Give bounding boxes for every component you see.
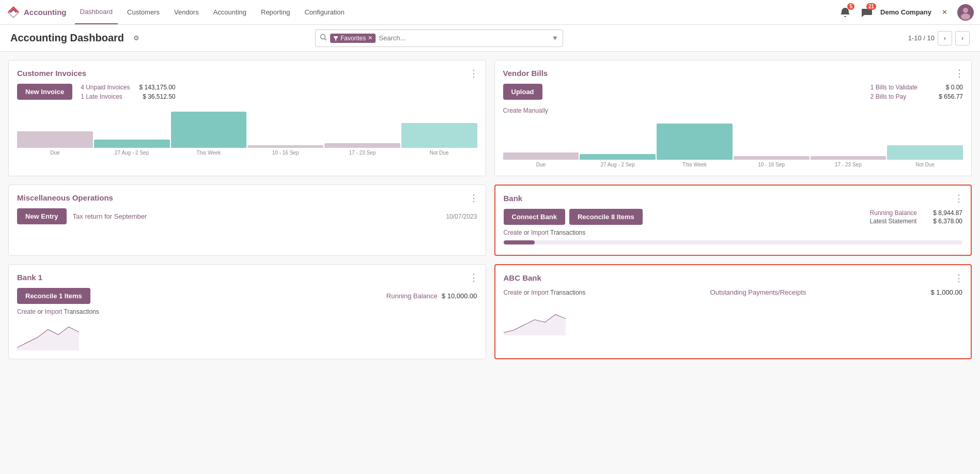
chart-label: Not Due [401,150,477,156]
chart-bar [811,156,886,160]
chart-bar [171,112,247,148]
unpaid-invoices-link[interactable]: 4 Unpaid Invoices [81,84,130,91]
stat-row-late: 1 Late Invoices $ 36,512.50 [81,93,175,100]
chart-bar [17,131,93,148]
upload-button[interactable]: Upload [503,84,542,100]
chart-bar [503,152,579,160]
late-invoices-link[interactable]: 1 Late Invoices [81,93,122,100]
chart-bar-group [247,145,323,148]
tax-return-link[interactable]: Tax return for September [73,212,147,220]
create-manually-link[interactable]: Create Manually [503,107,548,114]
running-balance-link[interactable]: Running Balance [870,209,917,217]
page-title: Accounting Dashboard [10,32,124,44]
reconcile-bank-button[interactable]: Reconcile 8 Items [569,209,643,225]
new-entry-button[interactable]: New Entry [17,208,67,224]
customer-invoices-stats: 4 Unpaid Invoices $ 143,175.00 1 Late In… [81,84,175,100]
messages-count: 21 [866,3,876,10]
vendor-bills-menu-icon[interactable]: ⋮ [955,68,964,79]
settings-icon[interactable]: ⚙ [133,34,139,42]
customer-invoices-title: Customer Invoices [17,69,477,78]
nav-configuration[interactable]: Configuration [299,0,349,24]
chart-bar-group [171,112,247,148]
messages-badge[interactable]: 21 [859,4,875,21]
app-name: Accounting [24,8,67,17]
connect-bank-button[interactable]: Connect Bank [504,209,565,225]
nav-dashboard[interactable]: Dashboard [75,0,118,24]
bank1-card: Bank 1 ⋮ Reconcile 1 Items Running Balan… [8,264,486,359]
bank1-import-link[interactable]: Import [44,308,62,315]
bank-create-link[interactable]: Create [504,229,522,236]
reconcile-bank1-button[interactable]: Reconcile 1 Items [17,288,90,304]
chart-label: This Week [657,162,733,167]
bills-to-pay-link[interactable]: 2 Bills to Pay [870,93,906,100]
nav-vendors[interactable]: Vendors [169,0,204,24]
latest-statement-value: $ 6,378.00 [921,218,962,225]
nav-accounting[interactable]: Accounting [208,0,252,24]
app-logo[interactable]: Accounting [6,5,67,20]
bank1-create-link[interactable]: Create [17,308,36,315]
filter-tag-label: Favorites [340,35,366,42]
search-dropdown-icon[interactable]: ▼ [552,34,558,42]
abc-bank-title: ABC Bank [504,273,963,282]
bills-to-validate-link[interactable]: 1 Bills to Validate [870,84,917,91]
svg-point-2 [320,35,325,39]
sub-header: Accounting Dashboard ⚙ Favorites ✕ ▼ 1-1… [0,25,980,52]
bank-import-link[interactable]: Import [531,229,549,236]
bank1-menu-icon[interactable]: ⋮ [469,272,478,283]
notifications-badge[interactable]: 5 [837,4,853,21]
running-balance-row: Running Balance $ 8,944.87 [870,209,962,217]
chart-label: 27 Aug - 2 Sep [94,150,170,156]
bank1-chart-placeholder [17,319,477,350]
bank1-running-balance-value: $ 10,000.00 [442,292,477,300]
customer-invoices-menu-icon[interactable]: ⋮ [469,68,478,79]
abc-bank-menu-icon[interactable]: ⋮ [954,272,963,284]
search-bar: Favorites ✕ ▼ [315,29,563,47]
close-icon[interactable]: ✕ [937,5,952,20]
abc-bank-links: Create or Import Transactions [504,289,586,296]
search-icon [320,34,327,42]
nav-reporting[interactable]: Reporting [256,0,295,24]
abc-import-link[interactable]: Import [531,289,549,296]
filter-tag-close[interactable]: ✕ [368,35,372,41]
misc-operations-menu-icon[interactable]: ⋮ [469,192,478,204]
chart-label: Due [17,150,93,156]
vendor-bills-actions: Upload 1 Bills to Validate $ 0.00 2 Bill… [503,84,963,100]
latest-statement-label: Latest Statement [870,218,917,225]
abc-create-link[interactable]: Create [504,289,522,296]
avatar[interactable] [957,4,974,21]
stat-row-validate: 1 Bills to Validate $ 0.00 [870,84,963,91]
bank1-running-balance-link[interactable]: Running Balance [386,292,438,300]
chart-bar-group [734,156,810,160]
chart-label: 27 Aug - 2 Sep [580,162,656,167]
chart-bar-group [503,152,579,160]
abc-bank-row: Create or Import Transactions Outstandin… [504,288,963,296]
vendor-bills-title: Vendor Bills [503,69,963,78]
svg-point-0 [963,8,968,13]
dashboard-grid-bottom: Bank 1 ⋮ Reconcile 1 Items Running Balan… [8,264,972,359]
bank-menu-icon[interactable]: ⋮ [954,193,963,204]
vendor-bills-stats: 1 Bills to Validate $ 0.00 2 Bills to Pa… [870,84,963,100]
customer-invoices-card: Customer Invoices ⋮ New Invoice 4 Unpaid… [8,60,486,176]
chart-bar-group [887,145,963,160]
chart-bar-group [17,131,93,148]
filter-tag-favorites[interactable]: Favorites ✕ [330,34,376,43]
new-invoice-button[interactable]: New Invoice [17,84,72,100]
pagination-prev[interactable]: ‹ [938,31,952,45]
chart-bar-group [94,140,170,148]
notifications-count: 5 [847,3,854,10]
chart-bar-group [580,154,656,160]
chart-bar-group [811,156,886,160]
customer-invoices-chart: Due27 Aug - 2 SepThis Week10 - 16 Sep17 … [17,106,477,156]
main-content: Customer Invoices ⋮ New Invoice 4 Unpaid… [0,52,980,368]
svg-line-3 [324,39,326,41]
misc-operations-title: Miscellaneous Operations [17,193,477,202]
task-date: 10/07/2023 [446,213,477,220]
search-input[interactable] [379,34,549,42]
misc-operations-card: Miscellaneous Operations ⋮ New Entry Tax… [8,185,486,256]
outstanding-link[interactable]: Outstanding Payments/Receipts [710,288,806,296]
scroll-indicator[interactable] [504,240,963,244]
pagination-next[interactable]: › [955,31,970,45]
bank-actions: Connect Bank Reconcile 8 Items Running B… [504,209,963,225]
customer-invoices-actions: New Invoice 4 Unpaid Invoices $ 143,175.… [17,84,477,100]
nav-customers[interactable]: Customers [122,0,165,24]
